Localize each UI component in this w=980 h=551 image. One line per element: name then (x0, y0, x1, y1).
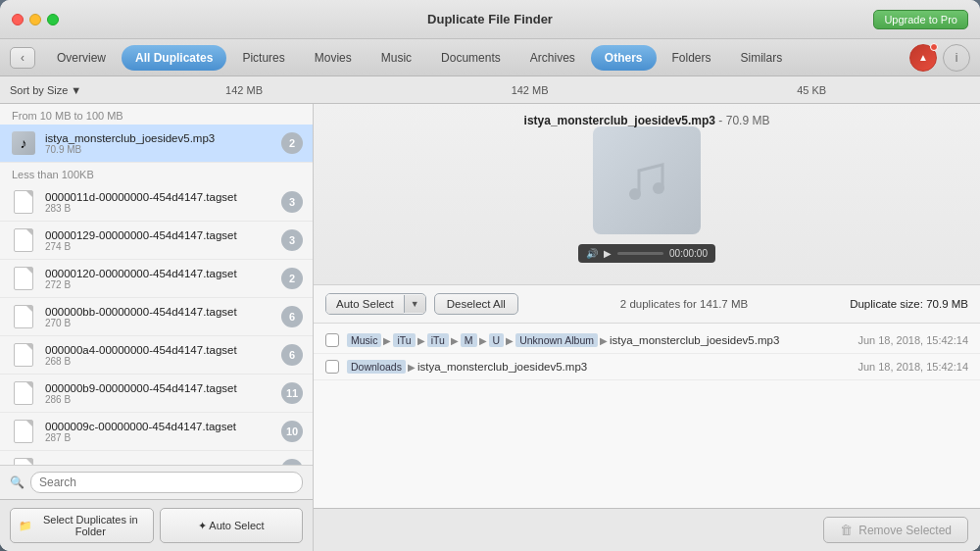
tab-right-icons: ▲ i (909, 44, 970, 72)
file-size: 286 B (45, 394, 281, 405)
preview-area: istya_monsterclub_joesidev5.mp3 - 70.9 M… (314, 104, 980, 285)
file-icon-doc (10, 341, 37, 369)
tab-others[interactable]: Others (591, 45, 657, 71)
list-item[interactable]: 0000011d-00000000-454d4147.tagset 283 B … (0, 183, 313, 222)
select-duplicates-folder-button[interactable]: 📁 Select Duplicates in Folder (10, 508, 154, 543)
window-title: Duplicate File Finder (427, 12, 553, 26)
list-item[interactable]: 000000b9-00000000-454d4147.tagset 286 B … (0, 375, 313, 413)
file-name: 00000120-00000000-454d4147.tagset (45, 268, 281, 279)
dup-checkbox-2[interactable] (325, 360, 339, 374)
deselect-all-button[interactable]: Deselect All (434, 293, 518, 315)
duplicate-count-label: 2 duplicates for 141.7 MB (526, 298, 842, 310)
auto-select-dropdown-arrow[interactable]: ▼ (404, 295, 425, 313)
audio-progress-bar[interactable] (617, 252, 663, 255)
file-size: 274 B (45, 241, 281, 252)
file-size: 272 B (45, 279, 281, 290)
duplicate-badge: 6 (281, 344, 303, 366)
file-icon-doc (10, 418, 37, 445)
file-info: 0000009c-00000000-454d4147.tagset 287 B (45, 421, 281, 443)
section-header-large: From 10 MB to 100 MB (0, 104, 313, 125)
minimize-button[interactable] (29, 14, 41, 25)
file-name: istya_monsterclub_joesidev5.mp3 (45, 132, 281, 144)
duplicate-badge: 11 (281, 382, 303, 404)
file-icon-doc (10, 265, 37, 292)
info-button[interactable]: i (943, 44, 970, 72)
duplicate-size-label: Duplicate size: 70.9 MB (850, 298, 968, 310)
size-label-2: 142 MB (512, 84, 549, 96)
list-item[interactable]: 00000129-00000000-454d4147.tagset 274 B … (0, 222, 313, 260)
file-info: 000000bb-00000000-454d4147.tagset 270 B (45, 306, 281, 328)
right-panel: istya_monsterclub_joesidev5.mp3 - 70.9 M… (314, 104, 980, 551)
file-info: 0000011d-00000000-454d4147.tagset 283 B (45, 191, 281, 214)
svg-point-0 (629, 188, 641, 200)
tab-pictures[interactable]: Pictures (228, 45, 298, 71)
auto-select-label[interactable]: Auto Select (326, 294, 404, 314)
tab-similars[interactable]: Similars (727, 45, 797, 71)
auto-select-dropdown[interactable]: Auto Select ▼ (325, 293, 426, 315)
search-bar: 🔍 (0, 465, 313, 499)
duplicate-badge: 3 (281, 229, 303, 251)
file-icon-doc (10, 379, 37, 407)
file-name: 000000a4-00000000-454d4147.tagset (45, 344, 281, 356)
file-size: 70.9 MB (45, 144, 281, 155)
file-info: 000000b9-00000000-454d4147.tagset 286 B (45, 382, 281, 405)
dup-row: Downloads ▶ istya_monsterclub_joesidev5.… (314, 354, 980, 380)
main-window: Duplicate File Finder Upgrade to Pro ‹ O… (0, 0, 980, 551)
tab-all-duplicates[interactable]: All Duplicates (122, 45, 226, 71)
sort-label[interactable]: Sort by Size ▼ (10, 84, 81, 96)
sort-bar: Sort by Size ▼ 142 MB 142 MB 45 KB (0, 76, 980, 104)
audio-play-button[interactable]: ▶ (604, 248, 612, 259)
traffic-lights (12, 14, 59, 25)
list-item[interactable]: ♪ istya_monsterclub_joesidev5.mp3 70.9 M… (0, 125, 313, 163)
list-item[interactable]: 000000f0-00000000-454d4147.tagset 6 (0, 451, 313, 465)
list-item[interactable]: 0000009c-00000000-454d4147.tagset 287 B … (0, 413, 313, 451)
file-info: 00000120-00000000-454d4147.tagset 272 B (45, 268, 281, 290)
file-icon-doc (10, 226, 37, 254)
file-icon-doc (10, 456, 37, 465)
file-info: 000000a4-00000000-454d4147.tagset 268 B (45, 344, 281, 367)
tab-documents[interactable]: Documents (427, 45, 514, 71)
size-label-1: 142 MB (225, 84, 263, 96)
search-input[interactable] (30, 472, 303, 493)
audio-controls: 🔊 ▶ 00:00:00 (578, 244, 715, 263)
tab-folders[interactable]: Folders (659, 45, 725, 71)
list-item[interactable]: 00000120-00000000-454d4147.tagset 272 B … (0, 260, 313, 298)
file-list: From 10 MB to 100 MB ♪ istya_monsterclub… (0, 104, 313, 465)
main-content: From 10 MB to 100 MB ♪ istya_monsterclub… (0, 104, 980, 551)
tab-overview[interactable]: Overview (43, 45, 120, 71)
duplicate-badge: 2 (281, 132, 303, 154)
tab-music[interactable]: Music (368, 45, 425, 71)
list-item[interactable]: 000000a4-00000000-454d4147.tagset 268 B … (0, 336, 313, 375)
file-info: 00000129-00000000-454d4147.tagset 274 B (45, 229, 281, 252)
audio-volume-icon[interactable]: 🔊 (586, 248, 598, 259)
list-item[interactable]: 000000bb-00000000-454d4147.tagset 270 B … (0, 298, 313, 336)
folder-icon: 📁 (19, 520, 32, 532)
close-button[interactable] (12, 14, 24, 25)
audio-time: 00:00:00 (669, 248, 708, 259)
duplicate-badge: 3 (281, 191, 303, 213)
music-note-icon (593, 126, 701, 234)
tab-bar: ‹ Overview All Duplicates Pictures Movie… (0, 39, 980, 76)
maximize-button[interactable] (47, 14, 59, 25)
dup-date-2: Jun 18, 2018, 15:42:14 (858, 361, 968, 373)
notification-dot (930, 43, 938, 51)
tab-archives[interactable]: Archives (516, 45, 589, 71)
file-name: 000000bb-00000000-454d4147.tagset (45, 306, 281, 318)
file-size: 268 B (45, 356, 281, 367)
file-icon-doc (10, 303, 37, 330)
upgrade-button[interactable]: Upgrade to Pro (873, 10, 968, 29)
file-name: 00000129-00000000-454d4147.tagset (45, 229, 281, 241)
preview-title-bar: istya_monsterclub_joesidev5.mp3 - 70.9 M… (314, 114, 980, 127)
back-button[interactable]: ‹ (10, 47, 35, 69)
auto-select-button[interactable]: ✦ Auto Select (160, 508, 304, 543)
file-icon-music: ♪ (10, 129, 37, 157)
svg-point-1 (653, 182, 664, 194)
music-preview: 🔊 ▶ 00:00:00 (578, 126, 715, 263)
remove-selected-button[interactable]: 🗑 Remove Selected (823, 517, 968, 543)
preview-filename: istya_monsterclub_joesidev5.mp3 (524, 114, 715, 127)
user-avatar-button[interactable]: ▲ (909, 44, 937, 72)
tab-movies[interactable]: Movies (301, 45, 366, 71)
search-icon: 🔍 (10, 476, 24, 489)
dup-checkbox-1[interactable] (325, 333, 339, 347)
file-name: 0000011d-00000000-454d4147.tagset (45, 191, 281, 203)
